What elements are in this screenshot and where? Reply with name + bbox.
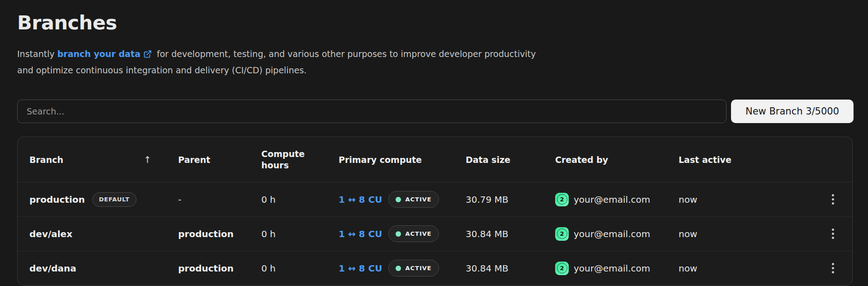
creator-email: your@email.com <box>574 229 650 239</box>
parent-cell: production <box>178 229 261 239</box>
branch-name: dev/alex <box>29 229 72 239</box>
avatar: 2 <box>555 193 569 206</box>
arrow-up-icon: ↑ <box>144 154 151 165</box>
search-input[interactable] <box>17 100 726 123</box>
last-active-cell: now <box>679 194 811 205</box>
column-header-parent: Parent <box>178 155 261 165</box>
intro-line2: and optimize continuous integration and … <box>17 65 307 75</box>
status-dot-icon <box>396 197 401 202</box>
column-header-last-active: Last active <box>679 155 811 165</box>
column-header-data-size: Data size <box>466 155 555 165</box>
table-row-dev-dana[interactable]: dev/dana production 0 h 1 ↔ 8 CU ACTIVE … <box>18 251 852 285</box>
avatar: 2 <box>555 227 569 241</box>
branch-name: dev/dana <box>29 263 76 274</box>
kebab-menu-icon[interactable] <box>827 259 839 277</box>
primary-compute-link[interactable]: 1 ↔ 8 CU <box>339 194 382 205</box>
primary-compute-link[interactable]: 1 ↔ 8 CU <box>339 263 382 274</box>
compute-hours-cell: 0 h <box>261 229 339 239</box>
branch-your-data-link[interactable]: branch your data <box>57 49 141 59</box>
new-branch-button[interactable]: New Branch 3/5000 <box>731 100 854 123</box>
table-row-dev-alex[interactable]: dev/alex production 0 h 1 ↔ 8 CU ACTIVE … <box>18 217 852 251</box>
kebab-menu-icon[interactable] <box>827 225 839 243</box>
data-size-cell: 30.84 MB <box>466 229 555 239</box>
branch-name: production <box>29 194 85 205</box>
data-size-cell: 30.84 MB <box>466 263 555 274</box>
column-header-primary-compute: Primary compute <box>339 155 466 165</box>
status-dot-icon <box>396 266 401 271</box>
creator-email: your@email.com <box>574 263 650 274</box>
kebab-menu-icon[interactable] <box>827 191 839 208</box>
primary-compute-link[interactable]: 1 ↔ 8 CU <box>339 229 382 239</box>
external-link-icon <box>143 48 152 63</box>
toolbar: New Branch 3/5000 <box>17 100 854 123</box>
intro-prefix: Instantly <box>17 49 57 59</box>
active-status-badge: ACTIVE <box>388 191 439 208</box>
active-status-badge: ACTIVE <box>388 260 439 276</box>
avatar: 2 <box>555 262 569 275</box>
data-size-cell: 30.79 MB <box>466 194 555 205</box>
intro-line1-rest: for development, testing, and various ot… <box>154 49 536 59</box>
compute-hours-cell: 0 h <box>261 263 339 274</box>
branches-page: Branches Instantly branch your data for … <box>0 0 868 286</box>
intro-text: Instantly branch your data for developme… <box>17 47 868 78</box>
parent-cell: - <box>178 194 261 205</box>
branches-table: Branch ↑ Parent Compute hours Primary co… <box>17 137 853 286</box>
parent-cell: production <box>178 263 261 274</box>
column-header-compute-hours: Compute hours <box>261 148 339 171</box>
column-header-branch[interactable]: Branch ↑ <box>29 154 178 165</box>
last-active-cell: now <box>679 263 811 274</box>
table-header-row: Branch ↑ Parent Compute hours Primary co… <box>18 137 852 182</box>
table-row-production[interactable]: production DEFAULT - 0 h 1 ↔ 8 CU ACTIVE… <box>18 182 852 217</box>
page-title: Branches <box>17 11 868 34</box>
active-status-badge: ACTIVE <box>388 225 439 242</box>
column-header-created-by: Created by <box>555 155 679 165</box>
default-badge: DEFAULT <box>92 192 137 207</box>
status-dot-icon <box>396 231 401 237</box>
creator-email: your@email.com <box>574 194 650 205</box>
compute-hours-cell: 0 h <box>261 194 339 205</box>
last-active-cell: now <box>679 229 811 239</box>
